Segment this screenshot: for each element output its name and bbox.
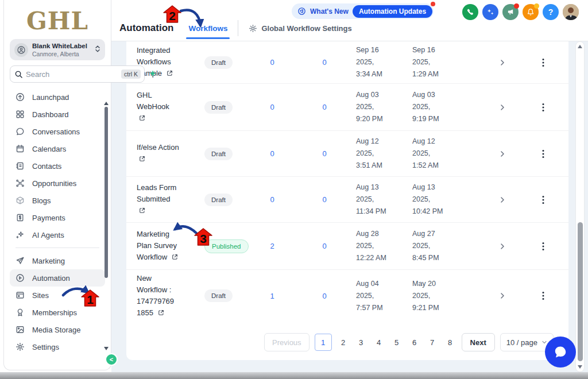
row-chevron-right-icon[interactable] bbox=[477, 292, 528, 299]
scroll-up-arrow[interactable] bbox=[578, 45, 582, 48]
row-menu-kebab-icon[interactable] bbox=[528, 291, 568, 300]
workflow-name[interactable]: Leads Form Submitted bbox=[137, 182, 204, 217]
external-link-icon[interactable] bbox=[139, 113, 145, 125]
workflow-name[interactable]: GHL WebHook bbox=[137, 90, 204, 125]
chat-widget-button[interactable] bbox=[545, 337, 576, 368]
search-input[interactable] bbox=[26, 70, 121, 79]
page-button-5[interactable]: 5 bbox=[390, 334, 403, 351]
table-row[interactable]: Marketing Plan Survey Workflow Published… bbox=[126, 223, 568, 270]
external-link-icon[interactable] bbox=[167, 68, 173, 80]
row-chevron-right-icon[interactable] bbox=[477, 59, 528, 66]
sidebar-collapse-button[interactable]: < bbox=[105, 353, 118, 366]
total-enrolled-link[interactable]: 0 bbox=[252, 58, 293, 67]
sidebar-item-blogs[interactable]: Blogs bbox=[10, 192, 105, 209]
row-menu-kebab-icon[interactable] bbox=[528, 149, 568, 158]
sparkles-button[interactable] bbox=[482, 4, 498, 20]
previous-page-button[interactable]: Previous bbox=[264, 333, 310, 351]
sidebar-item-settings[interactable]: Settings bbox=[10, 338, 105, 355]
workflow-name[interactable]: Integrated Workflows Sample bbox=[137, 45, 204, 80]
sidebar-item-label: Launchpad bbox=[32, 93, 69, 102]
sidebar-scrollbar[interactable] bbox=[105, 107, 108, 278]
row-chevron-right-icon[interactable] bbox=[477, 150, 528, 157]
page-button-3[interactable]: 3 bbox=[355, 334, 368, 351]
account-switcher[interactable]: Blank WhiteLabel Canmore, Alberta bbox=[10, 39, 105, 60]
active-enrolled-link[interactable]: 0 bbox=[293, 242, 356, 250]
sidebar-item-ai-agents[interactable]: AI Agents bbox=[10, 226, 105, 243]
total-enrolled-link[interactable]: 0 bbox=[252, 149, 293, 158]
search-box[interactable]: ctrl K bbox=[10, 65, 145, 83]
scrollbar-thumb[interactable] bbox=[578, 222, 583, 361]
sidebar-item-calendars[interactable]: Calendars bbox=[10, 140, 105, 157]
sidebar-item-contacts[interactable]: Contacts bbox=[10, 157, 105, 175]
whats-new-pill[interactable]: What's New Automation Updates bbox=[292, 3, 434, 19]
sidebar-scroll-down-arrow[interactable] bbox=[104, 347, 109, 350]
active-enrolled-link[interactable]: 0 bbox=[293, 149, 356, 158]
row-menu-kebab-icon[interactable] bbox=[528, 195, 568, 204]
page-button-6[interactable]: 6 bbox=[408, 334, 421, 351]
notifications-bell-button[interactable] bbox=[523, 4, 539, 20]
tab-workflows[interactable]: Workflows bbox=[188, 24, 227, 33]
badge-label: Automation Updates bbox=[359, 7, 426, 16]
row-menu-kebab-icon[interactable] bbox=[528, 58, 568, 67]
scroll-down-arrow[interactable] bbox=[578, 365, 582, 369]
row-chevron-right-icon[interactable] bbox=[477, 104, 528, 111]
row-menu-kebab-icon[interactable] bbox=[528, 242, 568, 251]
row-chevron-right-icon[interactable] bbox=[477, 196, 528, 203]
total-enrolled-link[interactable]: 0 bbox=[252, 103, 293, 111]
external-link-icon[interactable] bbox=[158, 308, 164, 319]
table-row[interactable]: If/else Action Draft 0 0 Aug 12 2025, 3:… bbox=[126, 131, 568, 177]
sidebar-item-media-storage[interactable]: Media Storage bbox=[10, 321, 105, 338]
workflow-name[interactable]: Marketing Plan Survey Workflow bbox=[137, 229, 204, 264]
page-button-7[interactable]: 7 bbox=[426, 334, 439, 351]
total-enrolled-link[interactable]: 0 bbox=[252, 195, 293, 204]
workflow-name[interactable]: If/else Action bbox=[137, 142, 204, 165]
phone-button[interactable] bbox=[462, 4, 478, 20]
tab-global-workflow-settings[interactable]: Global Workflow Settings bbox=[249, 24, 351, 33]
external-link-icon[interactable] bbox=[172, 252, 178, 264]
table-row[interactable]: Integrated Workflows Sample Draft 0 0 Se… bbox=[126, 41, 568, 84]
created-on: Aug 03 2025, 9:19 PM bbox=[412, 89, 477, 125]
main-content: Integrated Workflows Sample Draft 0 0 Se… bbox=[111, 41, 588, 372]
active-enrolled-link[interactable]: 0 bbox=[293, 58, 356, 67]
page-button-8[interactable]: 8 bbox=[444, 334, 457, 351]
external-link-icon[interactable] bbox=[139, 206, 145, 217]
automation-icon bbox=[16, 273, 25, 283]
automation-updates-badge[interactable]: Automation Updates bbox=[353, 5, 432, 18]
table-row[interactable]: New Workflow : 174779769 1855 Draft 1 0 … bbox=[126, 270, 568, 322]
external-link-icon[interactable] bbox=[139, 154, 145, 165]
page-button-4[interactable]: 4 bbox=[373, 334, 385, 351]
table-row[interactable]: GHL WebHook Draft 0 0 Aug 03 2025, 9:20 … bbox=[126, 84, 568, 131]
sidebar-item-automation[interactable]: Automation bbox=[10, 269, 105, 287]
sidebar-item-launchpad[interactable]: Launchpad bbox=[10, 88, 105, 106]
window-bottom-edge bbox=[0, 372, 588, 379]
workflow-name[interactable]: New Workflow : 174779769 1855 bbox=[137, 273, 204, 319]
sidebar-item-sites[interactable]: Sites bbox=[10, 287, 105, 304]
sidebar-scroll-up-arrow[interactable] bbox=[104, 102, 109, 105]
active-enrolled-link[interactable]: 0 bbox=[293, 103, 356, 111]
row-chevron-right-icon[interactable] bbox=[477, 243, 528, 250]
active-enrolled-link[interactable]: 0 bbox=[293, 292, 356, 300]
brand-logo: GHL bbox=[4, 0, 111, 34]
active-enrolled-link[interactable]: 0 bbox=[293, 195, 356, 204]
page-button-2[interactable]: 2 bbox=[337, 334, 350, 351]
row-menu-kebab-icon[interactable] bbox=[528, 103, 568, 112]
user-avatar[interactable] bbox=[563, 4, 579, 20]
help-button[interactable]: ? bbox=[543, 4, 559, 20]
sidebar-item-dashboard[interactable]: Dashboard bbox=[10, 106, 105, 123]
page-button-1[interactable]: 1 bbox=[315, 334, 332, 351]
whats-new-label: What's New bbox=[310, 7, 349, 16]
total-enrolled-link[interactable]: 1 bbox=[252, 292, 293, 300]
ai-sparkle-button[interactable] bbox=[148, 69, 157, 79]
payments-icon bbox=[16, 213, 25, 222]
sidebar-item-marketing[interactable]: Marketing bbox=[10, 252, 105, 269]
contacts-icon bbox=[16, 161, 25, 171]
sidebar-item-memberships[interactable]: Memberships bbox=[10, 304, 105, 321]
total-enrolled-link[interactable]: 2 bbox=[252, 242, 293, 250]
main-scrollbar[interactable] bbox=[575, 41, 585, 372]
sidebar-item-opportunities[interactable]: Opportunities bbox=[10, 175, 105, 192]
sidebar-item-payments[interactable]: Payments bbox=[10, 209, 105, 226]
sidebar-item-conversations[interactable]: Conversations bbox=[10, 123, 105, 140]
table-row[interactable]: Leads Form Submitted Draft 0 0 Aug 13 20… bbox=[126, 177, 568, 223]
announcements-button[interactable] bbox=[502, 4, 519, 20]
next-page-button[interactable]: Next bbox=[462, 333, 495, 351]
